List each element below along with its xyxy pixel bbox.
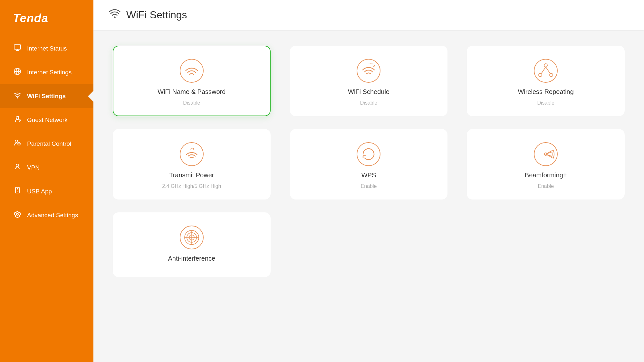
sidebar-item-usb-app[interactable]: USB App (0, 180, 93, 203)
wifi-schedule-subtitle: Disable (360, 100, 377, 106)
sidebar-item-parental-control[interactable]: Parental Control (0, 132, 93, 156)
advanced-settings-icon (13, 210, 22, 220)
svg-point-20 (180, 143, 203, 166)
logo: Tenda (0, 0, 93, 37)
sidebar-nav: Internet Status Internet Settings Wi (0, 37, 93, 227)
usb-app-icon (13, 187, 22, 196)
beamforming-subtitle: Enable (538, 183, 554, 189)
svg-point-14 (544, 64, 547, 67)
svg-point-12 (357, 59, 380, 82)
svg-point-9 (114, 17, 115, 18)
svg-point-8 (16, 213, 18, 215)
wps-title: WPS (361, 172, 376, 179)
sidebar-item-wifi-settings-label: WiFi Settings (27, 93, 66, 100)
card-wifi-schedule[interactable]: WiFi Schedule Disable (290, 46, 448, 116)
wifi-name-password-subtitle: Disable (183, 100, 200, 106)
guest-network-icon (13, 115, 22, 125)
internet-settings-icon (13, 68, 22, 77)
sidebar-item-internet-settings-label: Internet Settings (27, 69, 72, 76)
main-panel: WiFi Settings WiFi Name & Password Disab… (93, 0, 644, 362)
wireless-repeating-subtitle: Disable (537, 100, 554, 106)
svg-point-15 (539, 73, 542, 77)
sidebar-item-guest-network[interactable]: Guest Network (0, 108, 93, 132)
card-wps[interactable]: WPS Enable (290, 129, 448, 200)
sidebar: Tenda Internet Status Internet Settings (0, 0, 93, 362)
parental-control-icon (13, 139, 22, 149)
wifi-schedule-title: WiFi Schedule (348, 88, 389, 96)
svg-point-13 (534, 59, 557, 82)
wireless-repeating-title: Wireless Repeating (518, 88, 573, 96)
anti-interference-title: Anti-interference (168, 255, 215, 262)
svg-point-2 (17, 97, 18, 98)
wps-subtitle: Enable (361, 183, 377, 189)
card-wireless-repeating[interactable]: Wireless Repeating Disable (467, 46, 625, 116)
wifi-schedule-icon (356, 58, 381, 84)
sidebar-item-advanced-settings-label: Advanced Settings (27, 212, 78, 219)
sidebar-item-advanced-settings[interactable]: Advanced Settings (0, 203, 93, 227)
svg-point-11 (191, 75, 192, 77)
transmit-power-icon (179, 141, 205, 167)
card-anti-interference[interactable]: Anti-interference (113, 212, 271, 277)
cards-grid: WiFi Name & Password Disable WiFi Schedu… (93, 30, 644, 292)
svg-point-6 (16, 164, 19, 167)
sidebar-item-internet-settings[interactable]: Internet Settings (0, 60, 93, 84)
sidebar-item-guest-network-label: Guest Network (27, 116, 68, 124)
svg-line-17 (541, 67, 546, 74)
vpn-icon (13, 163, 22, 172)
sidebar-item-vpn-label: VPN (27, 164, 40, 171)
wifi-settings-icon (13, 91, 22, 101)
sidebar-item-usb-app-label: USB App (27, 188, 52, 195)
card-wifi-name-password[interactable]: WiFi Name & Password Disable (113, 46, 271, 116)
sidebar-item-internet-status-label: Internet Status (27, 45, 67, 52)
sidebar-item-wifi-settings[interactable]: WiFi Settings (0, 84, 93, 108)
header-wifi-icon (109, 9, 120, 21)
beamforming-title: Beamforming+ (525, 172, 567, 179)
sidebar-item-vpn[interactable]: VPN (0, 156, 93, 180)
anti-interference-icon (179, 225, 205, 250)
card-transmit-power[interactable]: Transmit Power 2.4 GHz High/5 GHz High (113, 129, 271, 200)
sidebar-item-parental-control-label: Parental Control (27, 140, 71, 147)
card-beamforming[interactable]: Beamforming+ Enable (467, 129, 625, 200)
wps-icon (356, 141, 381, 167)
beamforming-icon (533, 141, 559, 167)
page-title: WiFi Settings (126, 9, 187, 21)
transmit-power-title: Transmit Power (169, 172, 214, 179)
wifi-name-password-title: WiFi Name & Password (158, 88, 226, 96)
svg-rect-0 (14, 45, 21, 49)
page-header: WiFi Settings (93, 0, 644, 30)
wifi-name-password-icon (179, 58, 205, 84)
svg-line-18 (546, 67, 550, 74)
svg-point-16 (550, 73, 553, 77)
sidebar-item-internet-status[interactable]: Internet Status (0, 37, 93, 60)
internet-status-icon (13, 44, 22, 53)
svg-point-4 (15, 140, 18, 143)
wireless-repeating-icon (533, 58, 559, 84)
svg-point-21 (357, 143, 380, 166)
transmit-power-subtitle: 2.4 GHz High/5 GHz High (162, 183, 221, 189)
